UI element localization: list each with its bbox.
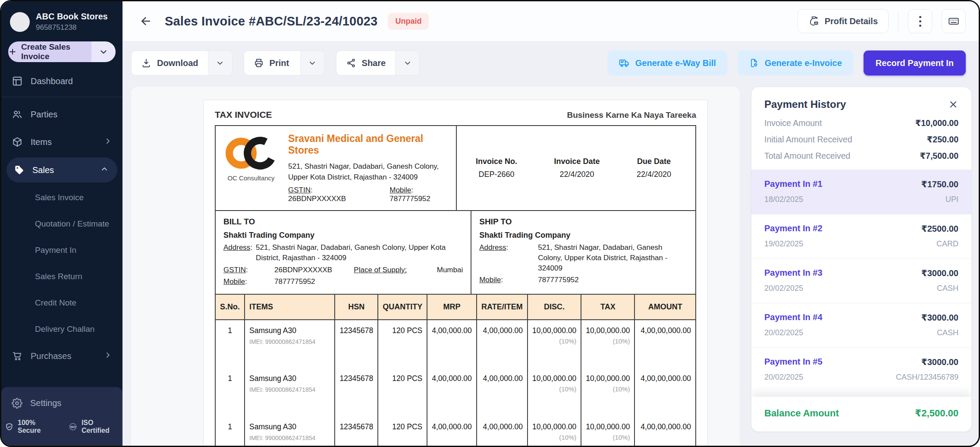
payment-row[interactable]: Payment In #1 ₹1750.00 18/02/2025 UPI	[751, 170, 971, 214]
create-sales-invoice-button[interactable]: Create Sales Invoice	[8, 41, 116, 62]
business-profile[interactable]: ABC Book Stores 9658751238	[1, 1, 122, 35]
item-imei: IMEI: 990000862471854	[249, 386, 330, 393]
payment-amount: ₹2500.00	[921, 224, 958, 234]
keyboard-icon	[948, 15, 960, 27]
menu-divider	[1, 97, 122, 97]
svg-text:ISO: ISO	[70, 425, 75, 428]
payment-row[interactable]: Payment In #3 ₹3000.00 20/02/2025 CASH	[751, 258, 971, 303]
company-block: OC Consultancy Sravani Medical and Gener…	[216, 126, 457, 210]
sidebar-item-label: Items	[31, 137, 52, 147]
badge-label: ISO Certified	[82, 419, 119, 434]
invoice-meta: Invoice No. DEP-2660 Invoice Date 22/4/2…	[457, 126, 695, 210]
chevron-down-icon	[308, 59, 317, 67]
payment-row[interactable]: Payment In #2 ₹2500.00 19/02/2025 CARD	[751, 214, 971, 258]
truck-icon	[619, 57, 630, 69]
company-name: Sravani Medical and General Stores	[288, 133, 448, 156]
oc-logo-icon	[223, 135, 279, 172]
sidebar-bottom-panel: Settings 100% Secure ISO ISO Certified	[1, 387, 122, 446]
payment-method: CARD	[921, 239, 958, 249]
record-payment-in-button[interactable]: Record Payment In	[864, 50, 966, 76]
page-title: Sales Invoice #ABC/SL/23-24/10023	[165, 14, 377, 28]
back-arrow-icon	[139, 15, 152, 28]
company-gstin: 26BDNPXXXXXB	[288, 195, 346, 203]
payment-amount: ₹1750.00	[921, 179, 958, 189]
iso-certified-icon: ISO	[68, 422, 78, 431]
create-button-dropdown[interactable]	[91, 41, 116, 62]
status-badge: Unpaid	[388, 13, 429, 30]
company-address: 521, Shastri Nagar, Dadabari, Ganesh Col…	[288, 161, 448, 183]
submenu-item-label: Sales Return	[35, 272, 82, 281]
sales-submenu-item[interactable]: Sales Invoice	[1, 184, 122, 211]
trust-badges: 100% Secure ISO ISO Certified	[1, 416, 122, 446]
app-window: ABC Book Stores 9658751238 Create Sales …	[0, 0, 980, 447]
sidebar-item-label: Sales	[32, 165, 54, 175]
sales-submenu: Sales Invoice Quotation / Estimate Payme…	[1, 184, 122, 342]
sales-submenu-item[interactable]: Payment In	[1, 237, 122, 263]
sidebar-item-sales[interactable]: Sales	[6, 157, 117, 183]
gear-icon	[12, 398, 22, 409]
payment-date: 20/02/2025	[764, 328, 921, 337]
payment-title[interactable]: Payment In #3	[764, 268, 921, 278]
sidebar-item-dashboard[interactable]: Dashboard	[1, 67, 122, 95]
back-button[interactable]	[137, 13, 154, 30]
sales-submenu-item[interactable]: Delivery Challan	[1, 316, 122, 342]
print-label: Print	[270, 58, 289, 68]
download-dropdown[interactable]	[208, 51, 232, 75]
generate-eway-label: Generate e-Way Bill	[635, 58, 716, 68]
sidebar-item-items[interactable]: Items	[1, 128, 122, 156]
sidebar-item-settings[interactable]: Settings	[1, 390, 122, 416]
payment-row[interactable]: Payment In #5 ₹3000.00 20/02/2025 CASH/1…	[751, 347, 971, 392]
summary-row: Invoice Amount ₹10,000.00	[764, 118, 958, 128]
sales-submenu-item[interactable]: Quotation / Estimate	[1, 211, 122, 237]
sidebar-item-label: Parties	[31, 110, 57, 120]
invoice-doc-type: TAX INVOICE	[215, 110, 272, 120]
sidebar-item-purchases[interactable]: Purchases	[1, 342, 122, 370]
item-imei: IMEI: 990000862471854	[249, 434, 330, 441]
generate-eway-bill-button[interactable]: Generate e-Way Bill	[607, 50, 727, 76]
main-area: Sales Invoice #ABC/SL/23-24/10023 Unpaid…	[122, 1, 979, 446]
payment-list[interactable]: Payment In #1 ₹1750.00 18/02/2025 UPI Pa…	[751, 170, 971, 397]
share-button[interactable]: Share	[336, 50, 420, 76]
generate-einvoice-button[interactable]: Generate e-Invoice	[738, 50, 853, 76]
sidebar-item-label: Purchases	[31, 351, 72, 361]
payment-date: 20/02/2025	[764, 284, 921, 293]
company-logo: OC Consultancy	[223, 133, 279, 203]
download-button[interactable]: Download	[131, 50, 232, 76]
items-table-header-row: S.No. ITEMS HSN QUANTITY MRP RATE/ITEM D…	[216, 294, 695, 320]
due-date-block: Due Date 22/4/2020	[637, 157, 671, 179]
sales-submenu-item[interactable]: Credit Note	[1, 290, 122, 316]
invoice-tagline: Business Karne Ka Naya Tareeka	[567, 110, 696, 120]
download-icon	[141, 58, 151, 68]
kebab-menu-icon	[919, 16, 921, 27]
payment-title[interactable]: Payment In #2	[764, 224, 921, 234]
invoice-preview-panel[interactable]: TAX INVOICE Business Karne Ka Naya Taree…	[131, 87, 740, 446]
sidebar-item-parties[interactable]: Parties	[1, 101, 122, 128]
company-mobile-label: Mobile	[389, 186, 411, 194]
payment-row[interactable]: Payment In #4 ₹3000.00 20/02/2025 CASH	[751, 303, 971, 347]
payment-method: CASH/123456789	[896, 373, 958, 382]
close-payment-history-button[interactable]	[948, 99, 958, 110]
more-options-button[interactable]	[908, 9, 932, 33]
sales-tag-icon	[13, 164, 25, 176]
print-button[interactable]: Print	[244, 50, 325, 76]
sidebar-menu: Dashboard Parties Items Sales	[1, 66, 122, 387]
profit-bag-icon	[808, 16, 820, 27]
avatar	[10, 12, 30, 32]
e-invoice-doc-icon	[749, 58, 759, 68]
share-dropdown[interactable]	[395, 51, 419, 75]
payment-date: 18/02/2025	[764, 195, 921, 204]
payment-title[interactable]: Payment In #5	[764, 357, 896, 367]
payment-method: CASH	[921, 328, 958, 337]
payment-title[interactable]: Payment In #4	[764, 312, 921, 323]
payment-title[interactable]: Payment In #1	[764, 179, 921, 189]
payment-amount: ₹3000.00	[896, 357, 958, 367]
share-icon	[346, 58, 356, 68]
profit-details-button[interactable]: Profit Details	[798, 9, 889, 33]
summary-row: Total Amount Received ₹7,500.00	[764, 151, 958, 161]
keyboard-shortcuts-button[interactable]	[942, 9, 966, 33]
sales-submenu-item[interactable]: Sales Return	[1, 263, 122, 290]
download-label: Download	[157, 58, 198, 68]
chevron-right-icon	[104, 137, 112, 145]
print-dropdown[interactable]	[300, 51, 324, 75]
invoice-number-block: Invoice No. DEP-2660	[476, 157, 517, 179]
